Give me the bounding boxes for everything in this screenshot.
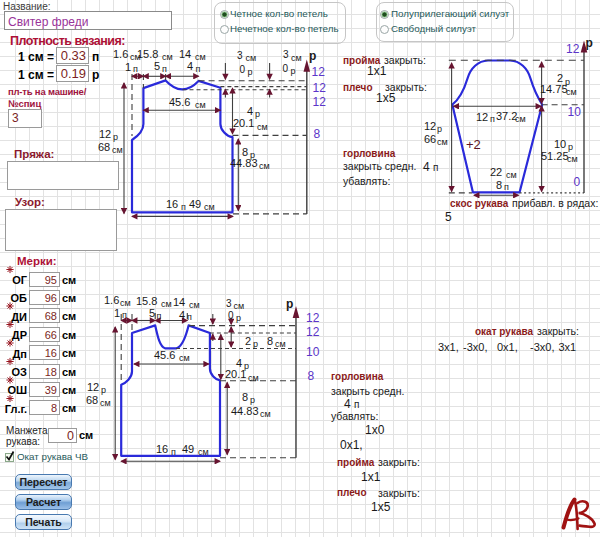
svg-text:прибавл. в рядах:: прибавл. в рядах: [512,197,598,209]
svg-text:п: п [162,64,167,74]
svg-text:5: 5 [445,210,452,224]
svg-text:14.75: 14.75 [540,83,568,95]
svg-text:8: 8 [242,391,248,403]
svg-text:р: р [236,313,241,323]
svg-text:12: 12 [306,325,320,339]
svg-text:закрыть:: закрыть: [537,325,579,337]
svg-text:8: 8 [314,127,321,141]
svg-text:1x5: 1x5 [376,91,396,105]
svg-text:68: 68 [98,141,110,153]
svg-text:4: 4 [179,309,185,321]
svg-text:12: 12 [87,381,99,393]
svg-text:см: см [198,447,209,457]
svg-text:+2: +2 [466,137,481,152]
svg-text:p: p [586,36,593,50]
svg-text:см: см [257,122,268,132]
svg-text:66: 66 [424,133,436,145]
svg-text:см: см [515,114,526,124]
svg-text:12: 12 [99,128,111,140]
svg-text:п: п [490,114,495,124]
svg-text:п: п [504,182,509,192]
svg-text:44.83: 44.83 [230,157,258,169]
svg-text:см: см [189,300,200,310]
svg-text:12: 12 [306,311,320,325]
svg-text:см: см [275,339,286,349]
svg-text:см: см [112,145,123,155]
svg-text:45.6: 45.6 [169,96,190,108]
svg-text:см: см [120,298,131,308]
svg-text:плечо: плечо [343,82,373,93]
svg-text:плечо: плечо [337,487,367,498]
svg-text:закрыть:: закрыть: [384,54,426,66]
svg-text:р: р [250,395,255,405]
svg-text:14: 14 [179,48,191,60]
svg-text:см: см [260,409,271,419]
svg-text:22: 22 [490,166,502,178]
svg-text:закрыть средн.: закрыть средн. [331,385,404,397]
svg-text:см: см [162,52,173,62]
svg-text:см: см [100,398,111,408]
svg-text:закрыть:: закрыть: [378,487,420,499]
svg-text:3x1,: 3x1, [438,341,459,353]
svg-text:8: 8 [496,179,502,191]
svg-text:см: см [567,154,578,164]
svg-text:р: р [253,339,258,349]
svg-text:см: см [566,87,577,97]
svg-text:р: р [113,132,118,142]
svg-text:п: п [354,399,359,410]
svg-text:см: см [204,202,215,212]
svg-text:8: 8 [308,369,315,383]
svg-text:3: 3 [237,50,243,61]
svg-text:45.6: 45.6 [154,349,175,361]
svg-text:49: 49 [182,443,194,455]
svg-text:4: 4 [236,357,242,369]
svg-text:закрыть средн.: закрыть средн. [343,160,416,172]
svg-text:3: 3 [226,298,232,309]
svg-text:5: 5 [154,60,160,72]
svg-text:-3x0,: -3x0, [530,341,554,353]
svg-text:1.6: 1.6 [113,48,128,60]
svg-text:п: п [157,311,162,321]
svg-text:1: 1 [125,61,131,73]
svg-text:16: 16 [166,198,178,210]
svg-text:51.25: 51.25 [541,150,569,162]
svg-text:п: п [122,310,127,320]
svg-text:п: п [433,162,438,173]
svg-text:горловина: горловина [343,148,396,159]
svg-text:1.6: 1.6 [104,294,119,306]
svg-text:p: p [286,297,293,311]
svg-text:5: 5 [149,307,155,319]
svg-text:12: 12 [313,81,327,95]
svg-text:12: 12 [566,42,580,56]
svg-text:р: р [437,124,442,134]
svg-text:15.8: 15.8 [137,48,158,60]
svg-text:п: п [196,64,201,74]
svg-text:12: 12 [312,65,326,79]
svg-text:0x1,: 0x1, [497,341,518,353]
svg-text:1x1: 1x1 [367,64,387,78]
svg-text:10: 10 [306,345,320,359]
svg-text:0: 0 [574,175,581,189]
svg-text:15.8: 15.8 [136,295,157,307]
svg-text:12: 12 [476,111,488,123]
svg-text:p: p [309,49,316,63]
svg-text:р: р [255,109,260,119]
svg-text:см: см [506,170,517,180]
svg-text:49: 49 [189,198,201,210]
svg-text:п: п [171,447,176,457]
svg-text:убавлять:: убавлять: [331,410,378,422]
svg-text:см: см [195,100,206,110]
svg-text:см: см [179,353,190,363]
svg-text:3: 3 [283,49,289,60]
svg-text:см: см [195,52,206,62]
svg-text:68: 68 [86,394,98,406]
svg-text:см: см [248,373,259,383]
svg-text:16: 16 [156,443,168,455]
svg-text:р: р [568,142,573,152]
svg-text:4: 4 [187,60,193,72]
svg-text:р: р [101,385,106,395]
svg-text:1x5: 1x5 [371,500,391,514]
svg-text:п: п [133,64,138,74]
svg-text:8: 8 [242,146,248,158]
svg-text:0: 0 [240,64,246,75]
